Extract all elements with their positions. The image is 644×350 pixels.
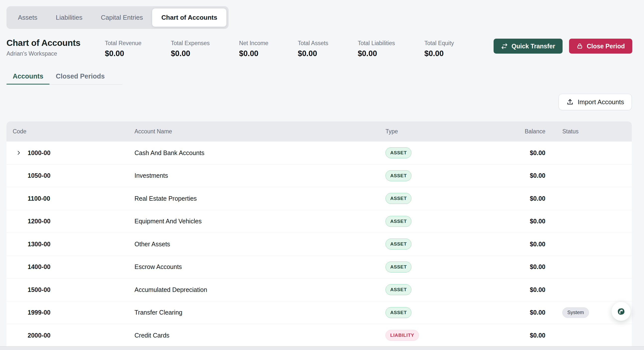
table-row[interactable]: 1000-00 Cash And Bank Accounts ASSET $0.… (6, 141, 632, 164)
column-header-balance: Balance (468, 128, 546, 135)
type-badge: ASSET (386, 193, 412, 204)
type-cell: ASSET (386, 216, 468, 227)
row-expander[interactable] (6, 264, 28, 270)
table-row[interactable]: 1999-00 Transfer Clearing ASSET $0.00 Sy… (6, 301, 632, 324)
type-cell: ASSET (386, 284, 468, 295)
module-tabbar: Assets Liabilities Capital Entries Chart… (6, 6, 228, 29)
account-balance: $0.00 (468, 241, 546, 248)
type-badge: ASSET (386, 284, 412, 295)
stat-block: Total Expenses $0.00 (171, 40, 210, 58)
import-accounts-button[interactable]: Import Accounts (558, 94, 632, 110)
status-cell (546, 238, 632, 250)
page-bottom-strip (0, 346, 644, 350)
summary-stats: Total Revenue $0.00 Total Expenses $0.00… (105, 40, 454, 58)
type-cell: ASSET (386, 193, 468, 204)
account-balance: $0.00 (468, 218, 546, 225)
type-badge: ASSET (386, 170, 412, 181)
stat-label: Net Income (239, 40, 268, 47)
upload-icon (566, 98, 574, 106)
type-cell: ASSET (386, 147, 468, 158)
type-badge: ASSET (386, 147, 412, 158)
table-row[interactable]: 1400-00 Escrow Accounts ASSET $0.00 (6, 255, 632, 278)
account-code: 1400-00 (28, 263, 134, 270)
page-header: Chart of Accounts Adrian's Workspace (6, 38, 80, 57)
type-cell: LIABILITY (386, 330, 468, 341)
table-body: 1000-00 Cash And Bank Accounts ASSET $0.… (6, 141, 632, 346)
row-expander[interactable] (6, 310, 28, 315)
column-header-type: Type (386, 128, 468, 135)
swap-arrows-icon (501, 43, 508, 50)
stat-block: Net Income $0.00 (239, 40, 268, 58)
row-expander[interactable] (6, 150, 28, 156)
status-badge: System (562, 307, 589, 318)
table-header: Code Account Name Type Balance Status (6, 121, 632, 141)
account-code: 1050-00 (28, 172, 134, 179)
row-expander[interactable] (6, 173, 28, 178)
view-tab[interactable]: Accounts (6, 73, 50, 85)
type-badge: ASSET (386, 307, 412, 318)
module-tab[interactable]: Liabilities (46, 9, 92, 27)
account-name: Credit Cards (134, 332, 386, 339)
account-name: Transfer Clearing (134, 309, 386, 316)
table-row[interactable]: 1200-00 Equipment And Vehicles ASSET $0.… (6, 210, 632, 233)
type-badge: ASSET (386, 261, 412, 272)
row-expander[interactable] (6, 196, 28, 201)
status-cell (546, 216, 632, 227)
curved-arrow-icon (616, 306, 626, 316)
status-cell (546, 329, 632, 341)
account-name: Equipment And Vehicles (134, 218, 386, 225)
row-expander[interactable] (6, 241, 28, 247)
stat-label: Total Liabilities (358, 40, 395, 47)
account-balance: $0.00 (468, 195, 546, 202)
support-widget-button[interactable] (612, 302, 630, 321)
lock-icon (576, 43, 583, 49)
chevron-right-icon (16, 150, 22, 156)
view-tab[interactable]: Closed Periods (50, 73, 111, 85)
table-row[interactable]: 2000-00 Credit Cards LIABILITY $0.00 (6, 324, 632, 346)
row-expander[interactable] (6, 332, 28, 338)
column-header-code: Code (13, 128, 134, 135)
table-row[interactable]: 1300-00 Other Assets ASSET $0.00 (6, 233, 632, 255)
table-row[interactable]: 1100-00 Real Estate Properties ASSET $0.… (6, 187, 632, 210)
account-name: Real Estate Properties (134, 195, 386, 202)
account-name: Cash And Bank Accounts (134, 149, 386, 157)
stat-value: $0.00 (298, 49, 328, 58)
account-balance: $0.00 (468, 309, 546, 316)
module-tab[interactable]: Chart of Accounts (152, 9, 226, 27)
close-period-button[interactable]: Close Period (569, 39, 632, 54)
stat-value: $0.00 (424, 49, 454, 58)
accounts-table: Code Account Name Type Balance Status 10… (6, 121, 632, 346)
stat-label: Total Expenses (171, 40, 210, 47)
row-expander[interactable] (6, 287, 28, 292)
table-row[interactable]: 1050-00 Investments ASSET $0.00 (6, 164, 632, 187)
header-actions: Quick Transfer Close Period (494, 39, 632, 54)
quick-transfer-label: Quick Transfer (512, 43, 555, 50)
column-header-account-name: Account Name (134, 128, 386, 135)
module-tab[interactable]: Capital Entries (92, 9, 152, 27)
account-name: Investments (134, 172, 386, 179)
type-cell: ASSET (386, 307, 468, 318)
account-code: 1300-00 (28, 241, 134, 248)
type-cell: ASSET (386, 170, 468, 181)
quick-transfer-button[interactable]: Quick Transfer (494, 39, 562, 54)
status-cell (546, 261, 632, 273)
module-tab[interactable]: Assets (9, 9, 46, 27)
account-name: Accumulated Depreciation (134, 286, 386, 293)
account-balance: $0.00 (468, 149, 546, 157)
stat-value: $0.00 (239, 49, 268, 58)
account-name: Other Assets (134, 241, 386, 248)
account-code: 1000-00 (28, 149, 134, 157)
account-code: 2000-00 (28, 332, 134, 339)
column-header-status: Status (546, 128, 632, 135)
account-code: 1999-00 (28, 309, 134, 316)
account-code: 1500-00 (28, 286, 134, 293)
account-code: 1200-00 (28, 218, 134, 225)
account-balance: $0.00 (468, 172, 546, 179)
account-name: Escrow Accounts (134, 263, 386, 270)
table-row[interactable]: 1500-00 Accumulated Depreciation ASSET $… (6, 278, 632, 301)
row-expander[interactable] (6, 219, 28, 224)
type-cell: ASSET (386, 261, 468, 272)
stat-label: Total Assets (298, 40, 328, 47)
stat-block: Total Equity $0.00 (424, 40, 454, 58)
stat-value: $0.00 (105, 49, 142, 58)
